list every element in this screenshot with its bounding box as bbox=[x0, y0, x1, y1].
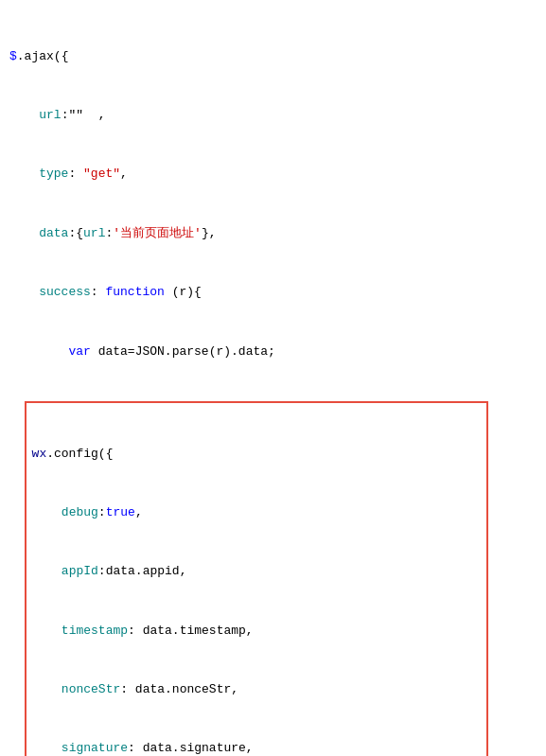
code-line-6: var data=JSON.parse(r).data; bbox=[9, 343, 537, 362]
code-line-10: timestamp: data.timestamp, bbox=[32, 622, 481, 642]
code-line-5: success: function (r){ bbox=[9, 283, 537, 303]
code-line-3: type: "get", bbox=[9, 165, 537, 185]
code-line-2: url:"" , bbox=[9, 106, 537, 126]
bordered-code-section: wx.config({ debug:true, appId:data.appid… bbox=[25, 401, 488, 756]
code-line-9: appId:data.appid, bbox=[32, 562, 481, 582]
code-line-11: nonceStr: data.nonceStr, bbox=[32, 680, 481, 700]
code-line-1: $.ajax({ bbox=[9, 47, 537, 67]
code-line-12: signature: data.signature, bbox=[32, 739, 481, 756]
code-line-8: debug:true, bbox=[32, 503, 481, 523]
code-line-4: data:{url:'当前页面地址'}, bbox=[9, 224, 537, 244]
code-editor: $.ajax({ url:"" , type: "get", data:{url… bbox=[9, 8, 537, 756]
code-line-7: wx.config({ bbox=[32, 445, 481, 465]
